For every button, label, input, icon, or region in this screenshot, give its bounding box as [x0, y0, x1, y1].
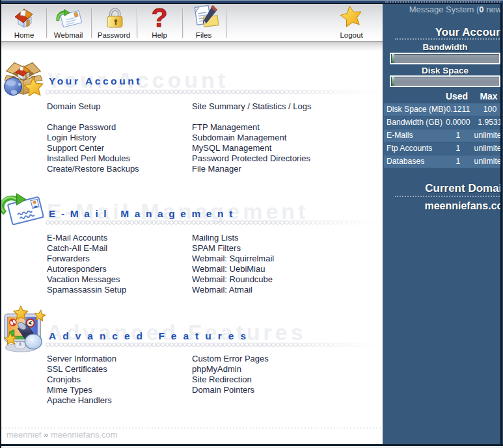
svg-text:?: ? [151, 3, 167, 31]
